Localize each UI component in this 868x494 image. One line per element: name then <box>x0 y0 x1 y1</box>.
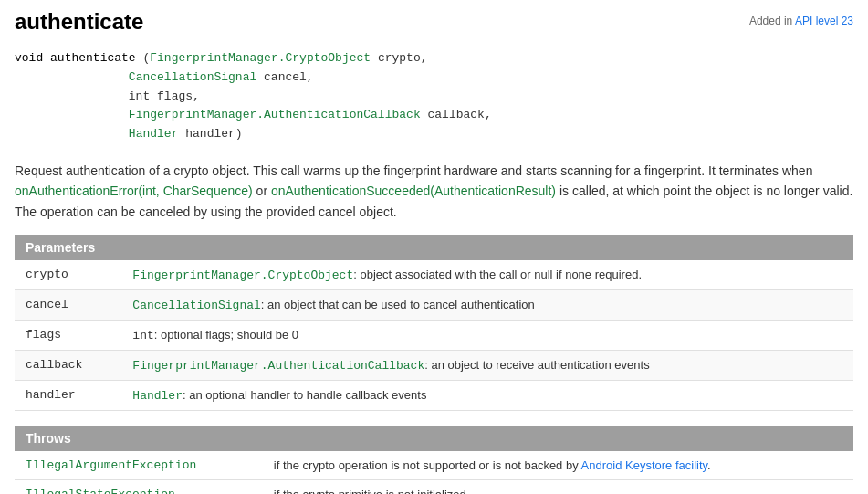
throws-row-illegal-argument: IllegalArgumentException if the crypto o… <box>15 451 853 480</box>
method-description: Request authentication of a crypto objec… <box>15 161 853 222</box>
param-name-callback: callback <box>15 351 121 381</box>
on-auth-error-link[interactable]: onAuthenticationError(int, CharSequence) <box>15 184 253 198</box>
param-name-crypto: crypto <box>15 260 121 290</box>
param-callback-type-link[interactable]: FingerprintManager.AuthenticationCallbac… <box>132 359 424 373</box>
parameters-table: Parameters crypto FingerprintManager.Cry… <box>15 235 853 411</box>
throws-exception-illegal-state[interactable]: IllegalStateException <box>15 480 263 494</box>
throws-desc-illegal-argument: if the crypto operation is not supported… <box>263 451 853 480</box>
parameters-header: Parameters <box>15 235 853 260</box>
api-level-badge: Added in API level 23 <box>749 15 853 27</box>
throws-desc-illegal-state: if the crypto primitive is not initializ… <box>263 480 853 494</box>
param-row-cancel: cancel CancellationSignal: an object tha… <box>15 290 853 321</box>
param-crypto-type-link[interactable]: FingerprintManager.CryptoObject <box>132 268 353 282</box>
illegal-state-exception-link[interactable]: IllegalStateException <box>26 488 175 494</box>
method-signature: void authenticate (FingerprintManager.Cr… <box>15 42 853 152</box>
page-title: authenticate <box>15 9 853 35</box>
param-row-callback: callback FingerprintManager.Authenticati… <box>15 351 853 381</box>
param-row-crypto: crypto FingerprintManager.CryptoObject: … <box>15 260 853 290</box>
crypto-object-type-link[interactable]: FingerprintManager.CryptoObject <box>150 51 371 65</box>
param-name-flags: flags <box>15 321 121 351</box>
on-auth-succeeded-link[interactable]: onAuthenticationSucceeded(Authentication… <box>271 184 556 198</box>
param-row-handler: handler Handler: an optional handler to … <box>15 381 853 411</box>
param-desc-flags: int: optional flags; should be 0 <box>121 321 853 351</box>
auth-callback-type-link[interactable]: FingerprintManager.AuthenticationCallbac… <box>129 108 421 121</box>
cancellation-signal-type-link[interactable]: CancellationSignal <box>129 70 256 84</box>
handler-type-link[interactable]: Handler <box>129 127 179 141</box>
throws-row-illegal-state: IllegalStateException if the crypto prim… <box>15 480 853 494</box>
param-desc-cancel: CancellationSignal: an object that can b… <box>121 290 853 321</box>
throws-header: Throws <box>15 426 853 451</box>
param-cancel-type-link[interactable]: CancellationSignal <box>132 299 260 312</box>
api-level-link[interactable]: API level 23 <box>795 15 853 27</box>
param-handler-type-link[interactable]: Handler <box>132 389 183 403</box>
param-desc-callback: FingerprintManager.AuthenticationCallbac… <box>121 351 853 381</box>
param-desc-handler: Handler: an optional handler to handle c… <box>121 381 853 411</box>
android-keystore-link[interactable]: Android Keystore facility <box>581 458 708 472</box>
param-desc-crypto: FingerprintManager.CryptoObject: object … <box>121 260 853 290</box>
throws-exception-illegal-argument[interactable]: IllegalArgumentException <box>15 451 263 480</box>
param-name-cancel: cancel <box>15 290 121 321</box>
param-name-handler: handler <box>15 381 121 411</box>
throws-table: Throws IllegalArgumentException if the c… <box>15 426 853 494</box>
illegal-argument-exception-link[interactable]: IllegalArgumentException <box>26 458 196 472</box>
param-row-flags: flags int: optional flags; should be 0 <box>15 321 853 351</box>
